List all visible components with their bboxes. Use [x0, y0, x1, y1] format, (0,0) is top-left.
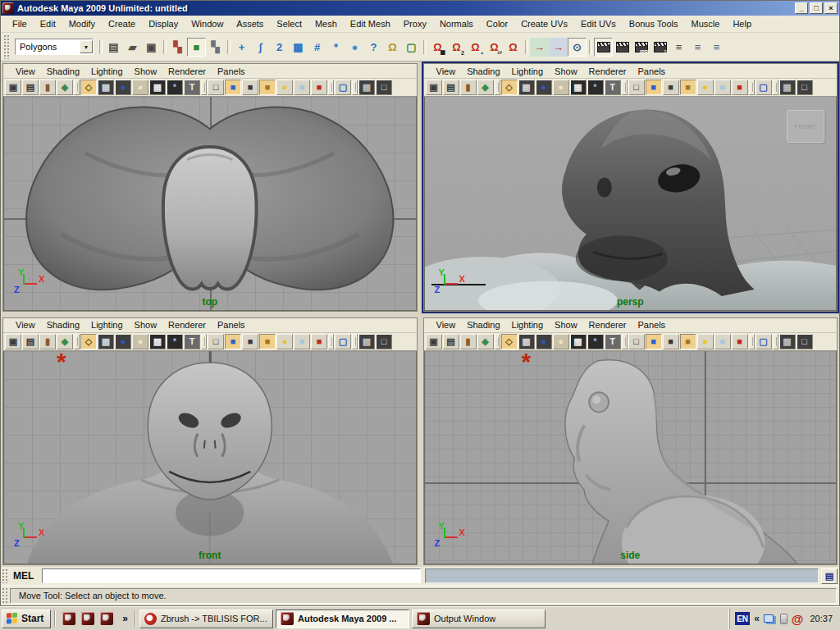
- panel-menu-view[interactable]: View: [431, 66, 462, 77]
- make-live-icon[interactable]: Ω: [504, 38, 523, 57]
- flat-cube-icon[interactable]: ■: [663, 80, 679, 95]
- smooth-shade-sphere-icon[interactable]: ●: [536, 334, 552, 349]
- panel-menu-renderer[interactable]: Renderer: [583, 319, 632, 331]
- textured-lights-icon[interactable]: *: [587, 80, 604, 95]
- separator[interactable]: [421, 38, 428, 57]
- menu-item-modify[interactable]: Modify: [62, 17, 102, 30]
- panel-menu-shading[interactable]: Shading: [41, 319, 85, 331]
- network-tray-icon[interactable]: [764, 614, 774, 623]
- camera-icon[interactable]: ▣: [5, 80, 21, 95]
- panel-menu-lighting[interactable]: Lighting: [85, 319, 129, 331]
- separator[interactable]: [225, 38, 232, 57]
- menu-item-window[interactable]: Window: [185, 17, 230, 30]
- default-material-icon[interactable]: ●: [553, 334, 569, 349]
- point-light-icon[interactable]: *: [57, 358, 66, 366]
- open-scene-icon[interactable]: ▰: [123, 38, 142, 57]
- title-bar[interactable]: Autodesk Maya 2009 Unlimited: untitled _…: [1, 1, 839, 16]
- wireframe-icon[interactable]: ◇: [501, 334, 518, 349]
- select-object-icon[interactable]: ■: [187, 38, 206, 57]
- use-lights-icon[interactable]: ●: [697, 80, 714, 95]
- camera-attributes-icon[interactable]: ▤: [22, 80, 39, 95]
- xray-icon[interactable]: ■: [714, 80, 731, 95]
- toolbar-grip[interactable]: [3, 34, 11, 59]
- menu-item-file[interactable]: File: [6, 17, 34, 30]
- separator[interactable]: [328, 334, 334, 349]
- viewport-canvas-side[interactable]: * YXZ side: [424, 351, 838, 565]
- separator[interactable]: [773, 80, 778, 95]
- mask-curves-icon[interactable]: 2: [270, 38, 289, 57]
- menu-item-create[interactable]: Create: [102, 17, 142, 30]
- snap-to-curve-icon[interactable]: Ω2: [447, 38, 466, 57]
- menu-item-edit[interactable]: Edit: [34, 17, 62, 30]
- smooth-shade-sphere-icon[interactable]: ●: [115, 334, 131, 349]
- attribute-editor-toggle-icon[interactable]: ≡: [669, 38, 688, 57]
- mask-handles-icon[interactable]: ∫: [251, 38, 270, 57]
- isolate-select-icon[interactable]: ▦: [358, 334, 375, 349]
- panel-menu-show[interactable]: Show: [129, 319, 163, 331]
- menu-item-edit-mesh[interactable]: Edit Mesh: [344, 17, 397, 30]
- quick-launch-maya-3[interactable]: [98, 610, 115, 627]
- backface-culling-icon[interactable]: ■: [311, 80, 327, 95]
- render-current-frame-icon[interactable]: [594, 38, 613, 57]
- xray-icon[interactable]: ■: [294, 80, 310, 95]
- frame-selection-icon[interactable]: ▢: [756, 80, 772, 95]
- panel-menu-view[interactable]: View: [10, 319, 41, 331]
- ipr-render-icon[interactable]: IPR: [632, 38, 651, 57]
- textured-icon[interactable]: ▦: [149, 80, 166, 95]
- highlight-selection-icon[interactable]: ▢: [402, 38, 421, 57]
- panel-menu-view[interactable]: View: [10, 66, 41, 77]
- panel-menu-shading[interactable]: Shading: [461, 66, 505, 77]
- wireframe-icon[interactable]: ◇: [80, 80, 97, 95]
- smooth-shade-all-icon[interactable]: ▦: [98, 80, 114, 95]
- bookmark-icon[interactable]: ▮: [39, 334, 56, 349]
- input-connections-icon[interactable]: →: [530, 38, 549, 57]
- textured-icon[interactable]: ▦: [149, 334, 166, 349]
- wireframe-cube-icon[interactable]: □: [208, 80, 224, 95]
- language-indicator[interactable]: EN: [735, 612, 750, 625]
- smooth-cube-icon[interactable]: ■: [225, 80, 241, 95]
- script-editor-button[interactable]: ▤: [821, 568, 838, 584]
- frame-selection-icon[interactable]: ▢: [335, 80, 351, 95]
- snap-to-plane-icon[interactable]: Ω▱: [485, 38, 504, 57]
- new-scene-icon[interactable]: ▤: [104, 38, 123, 57]
- camera-icon[interactable]: ▣: [426, 80, 442, 95]
- backface-culling-icon[interactable]: ■: [311, 334, 327, 349]
- texture-placement-icon[interactable]: T: [605, 334, 621, 349]
- separator[interactable]: [622, 334, 628, 349]
- panel-menu-show[interactable]: Show: [549, 66, 583, 77]
- default-material-icon[interactable]: ●: [132, 334, 148, 349]
- command-line-grip[interactable]: [2, 568, 9, 583]
- panel-menu-show[interactable]: Show: [129, 66, 163, 77]
- menu-item-help[interactable]: Help: [726, 17, 758, 30]
- frame-selection-icon[interactable]: ▢: [335, 334, 351, 349]
- separator[interactable]: [587, 38, 594, 57]
- panel-menu-lighting[interactable]: Lighting: [85, 66, 129, 77]
- flat-cube-icon[interactable]: ■: [242, 80, 258, 95]
- isolate-select-icon[interactable]: ▦: [358, 80, 375, 95]
- smooth-shade-sphere-icon[interactable]: ●: [536, 80, 552, 95]
- image-plane-icon[interactable]: ◆: [477, 80, 494, 95]
- quick-launch-overflow-chevron[interactable]: »: [119, 613, 131, 624]
- textured-cube-icon[interactable]: ■: [680, 80, 696, 95]
- quick-launch-maya-1[interactable]: [61, 610, 77, 627]
- panel-menu-renderer[interactable]: Renderer: [162, 319, 212, 331]
- viewport-canvas-front[interactable]: * YXZ front: [3, 351, 417, 565]
- bookmark-icon[interactable]: ▮: [39, 80, 56, 95]
- viewport-canvas-top[interactable]: YXZ top: [3, 97, 417, 311]
- backface-culling-icon[interactable]: ■: [732, 80, 748, 95]
- panel-menu-renderer[interactable]: Renderer: [162, 66, 212, 77]
- separator[interactable]: [352, 334, 358, 349]
- image-plane-icon[interactable]: ◆: [57, 334, 73, 349]
- mail-tray-icon[interactable]: @: [792, 612, 804, 626]
- snap-to-point-icon[interactable]: Ω•: [466, 38, 485, 57]
- separator[interactable]: [352, 80, 358, 95]
- point-light-icon[interactable]: *: [522, 358, 532, 366]
- menu-item-bonus-tools[interactable]: Bonus Tools: [623, 17, 685, 30]
- separator[interactable]: [523, 38, 530, 57]
- separator[interactable]: [328, 80, 334, 95]
- smooth-shade-sphere-icon[interactable]: ●: [115, 80, 131, 95]
- texture-placement-icon[interactable]: T: [184, 334, 200, 349]
- snap-to-grid-icon[interactable]: Ω▦: [428, 38, 447, 57]
- flat-cube-icon[interactable]: ■: [663, 334, 679, 349]
- help-line-grip[interactable]: [2, 587, 9, 604]
